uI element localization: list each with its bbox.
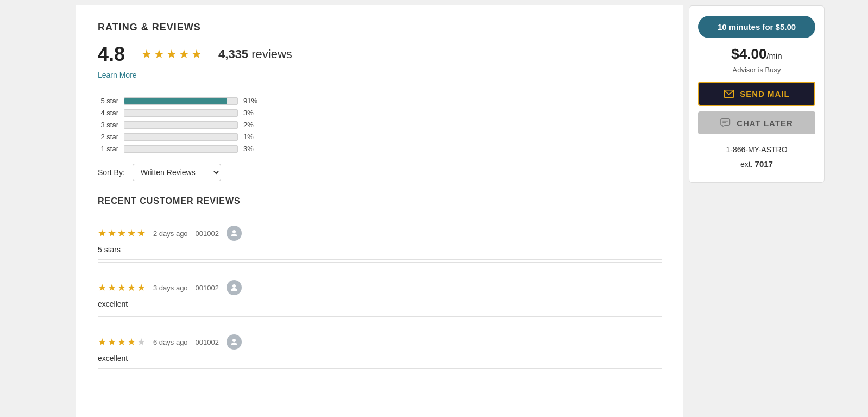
bar-pct-4star: 3% (243, 109, 260, 117)
review-2-stars: ★ ★ ★ ★ ★ (98, 282, 146, 294)
send-mail-label: SEND MAIL (740, 89, 790, 98)
learn-more-link[interactable]: Learn More (98, 71, 137, 79)
review-2-avatar (227, 280, 242, 295)
bar-pct-5star: 91% (243, 97, 260, 105)
review-3-text: excellent (98, 354, 662, 363)
rating-bars: 5 star 91% 4 star 3% 3 star (98, 97, 662, 153)
review-3-avatar (227, 334, 242, 350)
review-1-text: 5 stars (98, 245, 662, 254)
bar-row-3star: 3 star 2% (98, 121, 662, 129)
review-item-3: ★ ★ ★ ★ ★ 6 days ago 001002 excellent (98, 325, 662, 369)
bar-label-5star: 5 star (98, 97, 118, 105)
price-suffix: /min (766, 51, 782, 60)
recent-reviews-section: RECENT CUSTOMER REVIEWS ★ ★ ★ ★ ★ 2 days… (98, 196, 662, 369)
review-1-stars: ★ ★ ★ ★ ★ (98, 227, 146, 239)
bar-label-3star: 3 star (98, 121, 118, 129)
review-2-user: 001002 (196, 284, 219, 292)
sort-row: Sort By: Written Reviews Most Recent Hig… (98, 164, 662, 181)
bar-fill-2star (124, 134, 125, 140)
star-2: ★ (154, 47, 165, 61)
bar-row-4star: 4 star 3% (98, 109, 662, 117)
bar-pct-3star: 2% (243, 121, 260, 129)
send-mail-button[interactable]: SEND MAIL (698, 82, 815, 106)
review-1-date: 2 days ago (153, 229, 188, 238)
svg-point-1 (232, 284, 236, 288)
bar-label-2star: 2 star (98, 133, 118, 141)
star-3: ★ (166, 47, 177, 61)
rating-stars: ★ ★ ★ ★ ★ (141, 47, 202, 61)
review-item-2: ★ ★ ★ ★ ★ 3 days ago 001002 excellent (98, 270, 662, 314)
bar-fill-4star (124, 110, 128, 116)
bar-row-2star: 2 star 1% (98, 133, 662, 141)
divider-1 (98, 262, 662, 263)
svg-rect-4 (721, 119, 729, 125)
divider-2 (98, 316, 662, 317)
chat-later-button[interactable]: CHAT LATER (698, 111, 815, 134)
review-item-1: ★ ★ ★ ★ ★ 2 days ago 001002 5 stars (98, 216, 662, 260)
rating-title: RATING & REVIEWS (98, 22, 662, 33)
svg-point-0 (232, 230, 236, 233)
bar-track-4star (124, 109, 238, 117)
bar-row-5star: 5 star 91% (98, 97, 662, 105)
review-1-user: 001002 (196, 229, 219, 238)
star-1: ★ (141, 47, 152, 61)
bar-label-4star: 4 star (98, 109, 118, 117)
rating-reviews-section: RATING & REVIEWS 4.8 ★ ★ ★ ★ ★ 4,335 rev… (98, 22, 662, 181)
bar-fill-3star (124, 122, 127, 128)
chat-later-label: CHAT LATER (737, 119, 793, 128)
review-1-avatar (227, 226, 242, 241)
bar-fill-1star (124, 146, 128, 152)
phone-info: 1-866-MY-ASTRO ext. 7017 (698, 143, 815, 171)
svg-point-2 (232, 339, 236, 342)
sort-label: Sort By: (98, 168, 125, 177)
phone-ext: ext. 7017 (698, 157, 815, 171)
bar-track-2star (124, 133, 238, 141)
rating-value: 4.8 (98, 43, 125, 66)
chat-icon (720, 118, 731, 128)
bar-fill-5star (124, 98, 227, 104)
bar-track-1star (124, 145, 238, 153)
sort-select[interactable]: Written Reviews Most Recent Highest Rate… (133, 164, 221, 181)
advisor-status: Advisor is Busy (698, 66, 815, 74)
star-5: ★ (191, 47, 202, 61)
review-2-text: excellent (98, 300, 662, 308)
recent-reviews-title: RECENT CUSTOMER REVIEWS (98, 196, 662, 206)
bar-pct-2star: 1% (243, 133, 260, 141)
bar-track-5star (124, 97, 238, 105)
price-value: $4.00 (731, 46, 766, 62)
sidebar-card: 10 minutes for $5.00 $4.00/min Advisor i… (689, 5, 825, 183)
bar-label-1star: 1 star (98, 145, 118, 153)
reviews-count: 4,335 reviews (218, 47, 292, 61)
mail-icon (724, 90, 734, 98)
bar-pct-1star: 3% (243, 145, 260, 153)
review-3-user: 001002 (196, 338, 219, 346)
bar-track-3star (124, 121, 238, 129)
review-3-date: 6 days ago (153, 338, 188, 346)
bar-row-1star: 1 star 3% (98, 145, 662, 153)
review-2-date: 3 days ago (153, 284, 188, 292)
star-4: ★ (179, 47, 190, 61)
phone-number: 1-866-MY-ASTRO (698, 143, 815, 157)
promo-button[interactable]: 10 minutes for $5.00 (698, 16, 815, 38)
price-row: $4.00/min (698, 46, 815, 63)
review-3-stars: ★ ★ ★ ★ ★ (98, 336, 146, 348)
